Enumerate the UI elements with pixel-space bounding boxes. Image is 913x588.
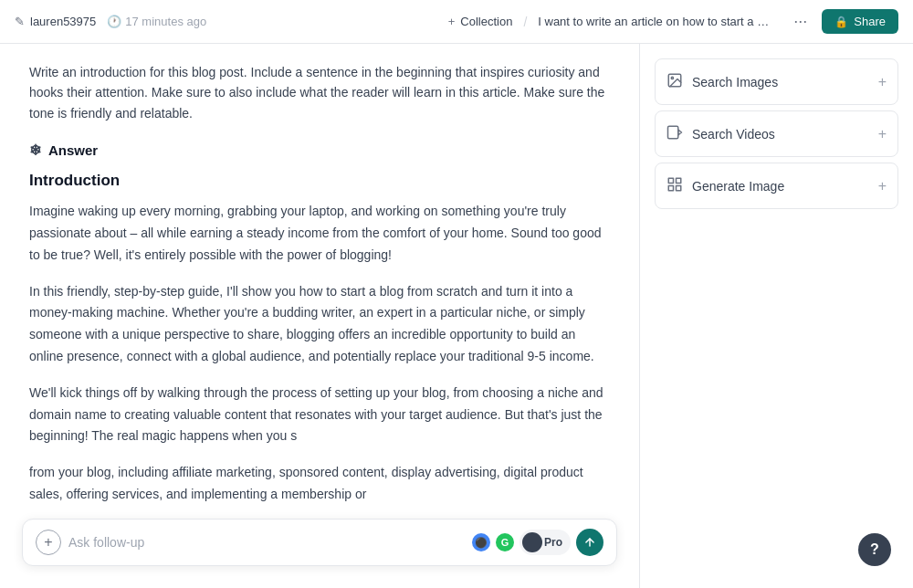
svg-rect-6 [677, 178, 681, 183]
content-area: Write an introduction for this blog post… [0, 44, 639, 588]
article-content: Introduction Imagine waking up every mor… [29, 172, 610, 506]
breadcrumb-slash: / [523, 15, 527, 29]
search-videos-plus-icon: + [878, 126, 887, 142]
svg-marker-4 [678, 130, 682, 135]
article-paragraph-1: Imagine waking up every morning, grabbin… [29, 201, 610, 266]
pro-toggle-knob [522, 532, 542, 552]
answer-section: ❄ Answer Introduction Imagine waking up … [29, 142, 610, 506]
image-icon [666, 72, 683, 91]
pro-toggle[interactable]: Pro [519, 530, 571, 555]
share-label: Share [854, 15, 886, 28]
search-videos-item[interactable]: Search Videos + [655, 110, 898, 157]
more-options-button[interactable]: ··· [786, 8, 814, 35]
answer-heading: Answer [48, 142, 98, 158]
send-button[interactable] [576, 529, 603, 556]
lock-icon: 🔒 [834, 16, 848, 28]
user-info: ✎ lauren53975 [15, 15, 96, 28]
pro-label: Pro [544, 536, 568, 549]
search-videos-label: Search Videos [692, 127, 775, 142]
svg-rect-7 [677, 186, 681, 191]
svg-rect-3 [668, 126, 678, 139]
generate-image-label: Generate Image [692, 179, 784, 194]
username: lauren53975 [30, 15, 96, 28]
generate-image-left: Generate Image [666, 176, 784, 195]
article-paragraph-3: We'll kick things off by walking through… [29, 383, 610, 447]
pro-generate-icon [666, 176, 683, 195]
answer-icon: ❄ [29, 142, 41, 159]
introduction-heading: Introduction [29, 172, 610, 190]
send-icon [583, 536, 596, 549]
followup-icons: ⚫ G Pro [472, 529, 603, 556]
g2-icon: G [496, 533, 514, 551]
search-images-label: Search Images [692, 75, 778, 89]
collection-section[interactable]: + Collection [448, 15, 513, 28]
clock-icon: 🕐 [107, 15, 121, 28]
topbar: ✎ lauren53975 🕐 17 minutes ago + Collect… [0, 0, 913, 44]
generate-image-plus-icon: + [878, 178, 887, 194]
article-paragraph-2: In this friendly, step-by-step guide, I'… [29, 281, 610, 368]
right-sidebar: Search Images + Search Videos + [639, 44, 913, 588]
video-icon [666, 124, 683, 143]
svg-rect-8 [668, 186, 673, 191]
time-info: 🕐 17 minutes ago [107, 15, 206, 28]
prompt-text: Write an introduction for this blog post… [29, 62, 610, 123]
search-images-plus-icon: + [878, 74, 887, 90]
svg-rect-5 [668, 178, 673, 183]
collection-label: Collection [460, 15, 512, 28]
breadcrumb-title: I want to write an article on how to sta… [538, 15, 775, 28]
share-button[interactable]: 🔒 Share [822, 9, 898, 34]
answer-label: ❄ Answer [29, 142, 610, 159]
svg-point-2 [671, 77, 673, 79]
user-icon: ✎ [15, 15, 25, 28]
topbar-right: ··· 🔒 Share [786, 8, 898, 35]
followup-input[interactable] [68, 535, 465, 550]
collection-plus-icon: + [448, 15, 456, 28]
article-paragraph-4: from your blog, including affiliate mark… [29, 462, 610, 506]
followup-add-button[interactable]: + [36, 530, 61, 555]
time-ago: 17 minutes ago [125, 15, 206, 28]
followup-bar: + ⚫ G Pro [22, 519, 617, 566]
search-videos-left: Search Videos [666, 124, 775, 143]
help-button[interactable]: ? [858, 533, 891, 566]
generate-image-item[interactable]: Generate Image + [655, 163, 898, 209]
search-images-left: Search Images [666, 72, 778, 91]
g-search-icon: ⚫ [472, 533, 490, 551]
search-images-item[interactable]: Search Images + [655, 58, 898, 105]
main-layout: Write an introduction for this blog post… [0, 44, 913, 588]
